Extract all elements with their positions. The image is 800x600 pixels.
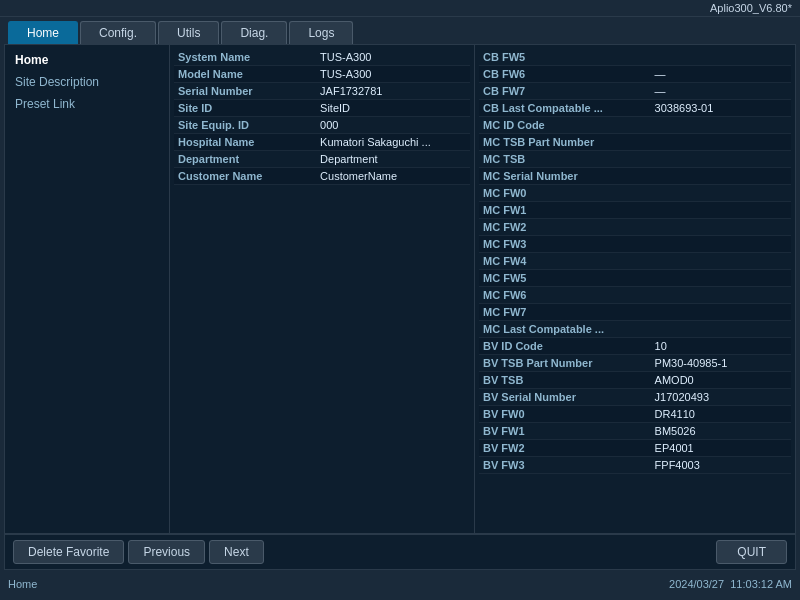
fw-label: MC Last Compatable ... — [479, 321, 651, 338]
info-table-row: DepartmentDepartment — [174, 151, 470, 168]
sidebar-item-home[interactable]: Home — [5, 49, 169, 71]
fw-label: MC FW7 — [479, 304, 651, 321]
next-button[interactable]: Next — [209, 540, 264, 564]
info-value: JAF1732781 — [316, 83, 470, 100]
fw-value — [651, 168, 791, 185]
fw-value: AMOD0 — [651, 372, 791, 389]
tab-diag[interactable]: Diag. — [221, 21, 287, 44]
main-area: Home Site Description Preset Link System… — [4, 44, 796, 534]
info-table-row: Site IDSiteID — [174, 100, 470, 117]
fw-label: MC FW0 — [479, 185, 651, 202]
fw-label: BV FW3 — [479, 457, 651, 474]
info-label: Hospital Name — [174, 134, 316, 151]
fw-value — [651, 185, 791, 202]
info-value: Department — [316, 151, 470, 168]
fw-label: MC FW4 — [479, 253, 651, 270]
fw-table-row: BV Serial NumberJ17020493 — [479, 389, 791, 406]
fw-label: BV TSB — [479, 372, 651, 389]
fw-label: CB FW5 — [479, 49, 651, 66]
status-bar: Home 2024/03/27 11:03:12 AM — [0, 570, 800, 598]
info-table-row: Serial NumberJAF1732781 — [174, 83, 470, 100]
info-table-row: Site Equip. ID000 — [174, 117, 470, 134]
fw-label: CB FW7 — [479, 83, 651, 100]
fw-table-row: BV FW3FPF4003 — [479, 457, 791, 474]
fw-label: MC FW6 — [479, 287, 651, 304]
fw-table-row: MC FW3 — [479, 236, 791, 253]
bottom-left: Delete Favorite Previous Next — [13, 540, 264, 564]
fw-label: MC FW5 — [479, 270, 651, 287]
fw-table-row: BV TSBAMOD0 — [479, 372, 791, 389]
fw-value — [651, 270, 791, 287]
fw-table-row: MC FW4 — [479, 253, 791, 270]
info-panel: System NameTUS-A300Model NameTUS-A300Ser… — [170, 45, 475, 533]
fw-table-row: MC FW2 — [479, 219, 791, 236]
fw-label: MC FW1 — [479, 202, 651, 219]
fw-label: BV TSB Part Number — [479, 355, 651, 372]
info-value: CustomerName — [316, 168, 470, 185]
fw-table-row: MC TSB Part Number — [479, 134, 791, 151]
fw-label: BV FW1 — [479, 423, 651, 440]
info-table-row: System NameTUS-A300 — [174, 49, 470, 66]
fw-value — [651, 236, 791, 253]
info-value: Kumatori Sakaguchi ... — [316, 134, 470, 151]
delete-favorite-button[interactable]: Delete Favorite — [13, 540, 124, 564]
bottom-bar: Delete Favorite Previous Next QUIT — [4, 534, 796, 570]
tab-config[interactable]: Config. — [80, 21, 156, 44]
sidebar-item-preset-link[interactable]: Preset Link — [5, 93, 169, 115]
fw-value — [651, 287, 791, 304]
fw-table-row: BV TSB Part NumberPM30-40985-1 — [479, 355, 791, 372]
fw-panel[interactable]: CB FW5CB FW6—CB FW7—CB Last Compatable .… — [475, 45, 795, 533]
fw-label: MC ID Code — [479, 117, 651, 134]
status-label: Home — [8, 578, 37, 590]
fw-value: PM30-40985-1 — [651, 355, 791, 372]
fw-value: J17020493 — [651, 389, 791, 406]
fw-label: BV FW0 — [479, 406, 651, 423]
fw-table-row: MC Serial Number — [479, 168, 791, 185]
fw-label: MC FW2 — [479, 219, 651, 236]
sidebar: Home Site Description Preset Link — [5, 45, 170, 533]
fw-table-row: CB FW7— — [479, 83, 791, 100]
fw-table-row: BV FW2EP4001 — [479, 440, 791, 457]
fw-value — [651, 253, 791, 270]
info-table-row: Customer NameCustomerName — [174, 168, 470, 185]
fw-label: CB Last Compatable ... — [479, 100, 651, 117]
fw-table-row: BV ID Code10 — [479, 338, 791, 355]
fw-table-row: CB FW5 — [479, 49, 791, 66]
fw-value: — — [651, 66, 791, 83]
info-value: 000 — [316, 117, 470, 134]
fw-table-row: BV FW1BM5026 — [479, 423, 791, 440]
fw-value: FPF4003 — [651, 457, 791, 474]
fw-value — [651, 304, 791, 321]
top-bar: Aplio300_V6.80* — [0, 0, 800, 17]
fw-value: DR4110 — [651, 406, 791, 423]
quit-button[interactable]: QUIT — [716, 540, 787, 564]
sidebar-item-site-description[interactable]: Site Description — [5, 71, 169, 93]
fw-table: CB FW5CB FW6—CB FW7—CB Last Compatable .… — [479, 49, 791, 474]
fw-table-row: BV FW0DR4110 — [479, 406, 791, 423]
fw-table-row: MC FW1 — [479, 202, 791, 219]
info-label: Model Name — [174, 66, 316, 83]
fw-value: EP4001 — [651, 440, 791, 457]
fw-table-row: MC FW5 — [479, 270, 791, 287]
fw-table-row: MC FW7 — [479, 304, 791, 321]
fw-value — [651, 219, 791, 236]
fw-value: — — [651, 83, 791, 100]
fw-value: 10 — [651, 338, 791, 355]
fw-label: BV FW2 — [479, 440, 651, 457]
fw-value — [651, 321, 791, 338]
tab-utils[interactable]: Utils — [158, 21, 219, 44]
info-table-row: Model NameTUS-A300 — [174, 66, 470, 83]
tab-home[interactable]: Home — [8, 21, 78, 44]
tab-logs[interactable]: Logs — [289, 21, 353, 44]
fw-label: MC Serial Number — [479, 168, 651, 185]
fw-table-row: MC TSB — [479, 151, 791, 168]
fw-table-row: MC FW6 — [479, 287, 791, 304]
fw-table-row: MC Last Compatable ... — [479, 321, 791, 338]
fw-value — [651, 151, 791, 168]
fw-label: CB FW6 — [479, 66, 651, 83]
previous-button[interactable]: Previous — [128, 540, 205, 564]
fw-table-row: MC FW0 — [479, 185, 791, 202]
info-label: Site ID — [174, 100, 316, 117]
status-datetime: 2024/03/27 11:03:12 AM — [669, 578, 792, 590]
app-title: Aplio300_V6.80* — [710, 2, 792, 14]
